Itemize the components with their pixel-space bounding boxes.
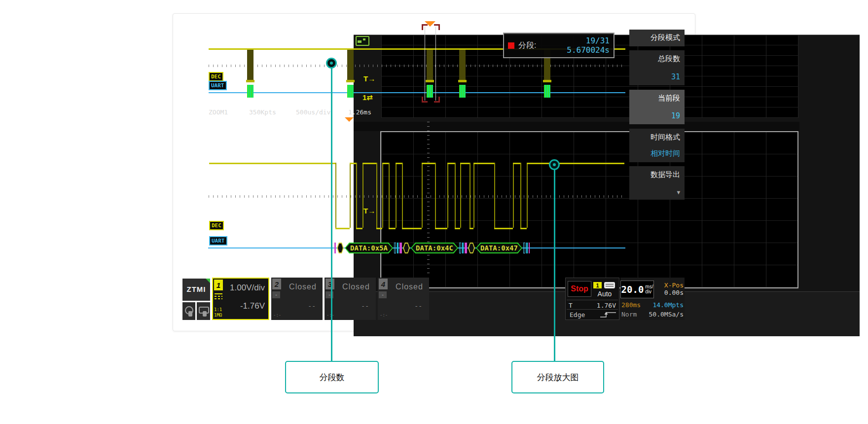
- total-segments-label: 总段数: [658, 54, 680, 64]
- segment-record-icon-dot: [363, 38, 365, 40]
- segment-badge-label: 分段:: [518, 40, 536, 51]
- zoom-graticule: [380, 131, 798, 288]
- xpos-label: X-Pos: [664, 282, 684, 289]
- zoom-region-corner-bl: [422, 97, 428, 103]
- trigger-source-display-icon: [604, 282, 615, 288]
- record-points: 14.0Mpts: [652, 301, 684, 309]
- channel-2-number: 2: [272, 279, 281, 289]
- callout-marker-segment-zoom: [549, 159, 560, 170]
- callout-label-segment-zoom: 分段放大图: [537, 372, 579, 383]
- zoom-region-right-edge[interactable]: [435, 27, 436, 101]
- channel-4-box[interactable]: 4 Closed - -- -:-: [378, 278, 429, 320]
- callout-box-segment-zoom: 分段放大图: [511, 361, 604, 393]
- channel-3-value: --: [361, 302, 369, 310]
- channel-1-number: 1: [214, 280, 223, 290]
- upper-trigger-marker: T→: [363, 75, 375, 82]
- time-format-label: 时间格式: [651, 133, 680, 142]
- timebase-unit-bottom: div: [645, 289, 653, 294]
- upper-uart-bus-line: [209, 92, 625, 93]
- lower-channel-marker: 1⇄: [362, 243, 373, 250]
- zoom-trigger-position-marker[interactable]: [345, 117, 354, 122]
- channel-1-coupling-icon: [215, 293, 222, 299]
- record-indicator-icon: [508, 42, 514, 49]
- segment-badge: 分段: 19/31 5.670024s: [503, 33, 615, 58]
- data-export-dropdown-icon[interactable]: ▼: [677, 189, 680, 196]
- data-export-label: 数据导出: [651, 170, 680, 179]
- channel-1-scale: 1.00V/div: [230, 283, 265, 293]
- channel-1-box[interactable]: 1 1:1 1MΩ 1.00V/div -1.76V: [212, 278, 269, 320]
- segment-elapsed-time: 5.670024s: [567, 45, 610, 55]
- segment-record-icon: [356, 36, 369, 46]
- zoom-info-bar: [354, 122, 799, 131]
- upper-trigger-position-marker[interactable]: [425, 21, 435, 27]
- lower-uart-label: UART: [209, 236, 227, 246]
- channel-4-status: Closed: [390, 283, 429, 291]
- sidebar-item-total-segments[interactable]: 总段数 31: [629, 50, 685, 85]
- trigger-panel[interactable]: Stop 1 Auto T 1.76V Edge: [565, 278, 619, 320]
- trigger-divider-1: [567, 300, 618, 300]
- zoom-trigger-tick-row: [209, 195, 624, 198]
- rising-edge-icon: [599, 311, 617, 318]
- channel-1-offset: -1.76V: [240, 301, 265, 311]
- current-segment-value: 19: [671, 111, 680, 120]
- logo-button[interactable]: ZTMI: [182, 279, 210, 301]
- channel-4-number: 4: [379, 279, 388, 289]
- xpos-value: 0.00s: [664, 289, 684, 296]
- channel-1-probe-ratio: 1:1: [214, 307, 222, 312]
- zoom-center-tick-column: [427, 118, 430, 273]
- trigger-level-label: T: [569, 302, 573, 309]
- total-segments-value: 31: [671, 72, 680, 81]
- lower-uart-bus-line: [208, 247, 625, 248]
- callout-label-segment-count: 分段数: [320, 372, 345, 383]
- upper-uart-label: UART: [209, 81, 227, 90]
- touch-gesture-button-1[interactable]: [182, 302, 195, 320]
- logo-text: ZTMI: [182, 285, 210, 293]
- zoom-bar-memory: 350Kpts: [249, 108, 276, 116]
- callout-marker-segment-count: [326, 58, 337, 69]
- lower-trigger-marker: T→: [363, 207, 375, 214]
- callout-line-segment-zoom: [554, 169, 555, 361]
- channel-2-value: --: [308, 302, 316, 310]
- lower-dec-label: DEC: [209, 221, 224, 230]
- acquisition-state-button[interactable]: Stop: [568, 281, 591, 297]
- channel-2-minus-badge: -: [272, 291, 280, 298]
- upper-channel-marker: 1⇄: [362, 94, 373, 101]
- zoom-bar-title: ZOOM1: [209, 108, 228, 116]
- sidebar-item-time-format[interactable]: 时间格式 相对时间: [629, 129, 685, 162]
- acquisition-state: Stop: [571, 284, 588, 293]
- timebase-scale-value: 20.0: [621, 284, 644, 295]
- zoom-region-corner-br: [434, 97, 440, 103]
- sidebar-item-current-segment[interactable]: 当前段 19: [629, 90, 685, 124]
- channel-2-status: Closed: [283, 283, 323, 291]
- trigger-type: Edge: [570, 311, 585, 318]
- touch-gesture-button-2[interactable]: [197, 302, 210, 320]
- channel-1-impedance: 1MΩ: [214, 313, 222, 318]
- timebase-scale-box[interactable]: 20.0 ms/ div: [620, 281, 654, 298]
- annotated-screenshot-page: T→ 1⇄ T→ 1⇄ DEC UART 分段: 19/31 5.670024s: [0, 0, 868, 424]
- upper-dec-label: DEC: [209, 72, 223, 81]
- channel-2-coupling: -:-: [273, 313, 281, 318]
- zoom-region-left-edge[interactable]: [425, 27, 425, 101]
- zoom-bar-timebase: 500us/div: [296, 108, 330, 116]
- swipe-finger-icon: [203, 311, 207, 317]
- trigger-level-value: 1.76V: [597, 302, 616, 309]
- trigger-divider-2: [567, 309, 618, 310]
- segment-count: 19/31: [567, 36, 610, 45]
- sidebar-header-segment-mode: 分段模式: [629, 30, 685, 46]
- record-time: 280ms: [621, 301, 641, 309]
- channel-2-box[interactable]: 2 Closed - -- -:-: [271, 278, 323, 320]
- segment-record-icon-mark: [358, 40, 362, 43]
- current-segment-label: 当前段: [658, 94, 680, 103]
- sidebar-header-label: 分段模式: [651, 33, 680, 42]
- trigger-sweep-mode: Auto: [593, 290, 616, 298]
- time-format-value: 相对时间: [651, 149, 680, 158]
- channel-4-coupling: -:-: [380, 313, 388, 318]
- timebase-panel[interactable]: 20.0 ms/ div X-Pos 0.00s 280ms 14.0Mpts …: [620, 278, 685, 320]
- sidebar-item-data-export[interactable]: 数据导出 ▼: [629, 166, 685, 200]
- acquire-mode: Norm: [621, 311, 637, 318]
- channel-3-number: 3: [326, 279, 334, 289]
- touch-finger-icon: [188, 311, 192, 317]
- upper-trigger-tick-row: [209, 65, 625, 67]
- callout-line-segment-count: [331, 68, 332, 361]
- zoom-bar-offset: 1.26ms: [348, 108, 371, 116]
